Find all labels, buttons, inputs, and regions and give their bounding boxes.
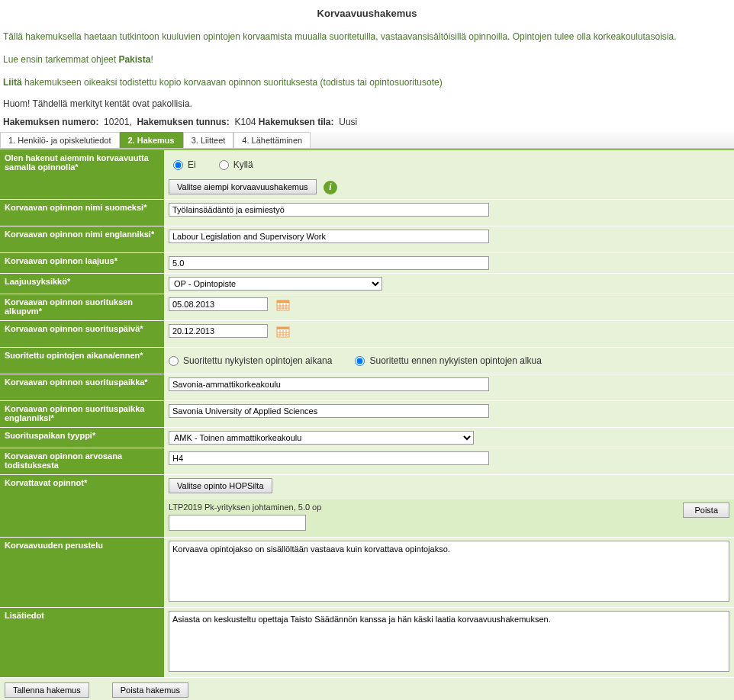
tab-bar: 1. Henkilö- ja opiskelutiedot 2. Hakemus… — [0, 132, 734, 149]
label-grade: Korvaavan opinnon arvosana todistuksesta — [0, 448, 164, 474]
label-place-type: Suorituspaikan tyyppi* — [0, 428, 164, 448]
label-place-en: Korvaavan opinnon suorituspaikka englann… — [0, 401, 164, 427]
application-meta: Hakemuksen numero: 10201, Hakemuksen tun… — [3, 117, 731, 127]
choose-prev-button[interactable]: Valitse aiempi korvaavuushakemus — [169, 179, 317, 194]
intro3-rest: hakemukseen oikeaksi todistettu kopio ko… — [22, 77, 443, 88]
radio-no[interactable] — [173, 160, 183, 170]
radio-during-wrap[interactable]: Suoritettu nykyisten opintojen aikana — [169, 355, 332, 366]
label-prev-applied: Olen hakenut aiemmin korvaavuutta samall… — [0, 150, 164, 199]
required-note: Huom! Tähdellä merkityt kentät ovat pako… — [3, 98, 731, 109]
textarea-extra[interactable] — [169, 611, 729, 672]
select-place-type[interactable]: AMK - Toinen ammattikorkeakoulu — [169, 431, 474, 445]
intro-paragraph-2: Lue ensin tarkemmat ohjeet Pakista! — [3, 53, 731, 66]
save-button[interactable]: Tallenna hakemus — [5, 682, 89, 698]
radio-before-wrap[interactable]: Suoritettu ennen nykyisten opintojen alk… — [355, 355, 542, 366]
intro2-post: ! — [150, 54, 153, 65]
meta-num-label: Hakemuksen numero: — [3, 117, 98, 127]
radio-before-label: Suoritettu ennen nykyisten opintojen alk… — [369, 355, 542, 366]
meta-id-label: Hakemuksen tunnus: — [137, 117, 229, 127]
meta-state-value: Uusi — [339, 117, 357, 127]
calendar-icon[interactable] — [276, 326, 290, 338]
tab-attachments[interactable]: 3. Liitteet — [183, 132, 234, 148]
delete-app-button[interactable]: Poista hakemus — [112, 682, 188, 698]
info-icon[interactable]: i — [324, 181, 337, 194]
tab-submit[interactable]: 4. Lähettäminen — [233, 132, 311, 148]
select-unit[interactable]: OP - Opintopiste — [169, 277, 382, 291]
form-area: Olen hakenut aiemmin korvaavuutta samall… — [0, 149, 734, 700]
radio-no-label: Ei — [188, 159, 196, 170]
tab-person[interactable]: 1. Henkilö- ja opiskelutiedot — [0, 132, 120, 148]
radio-during[interactable] — [169, 356, 179, 366]
radio-during-label: Suoritettu nykyisten opintojen aikana — [183, 355, 332, 366]
svg-rect-8 — [277, 327, 289, 329]
textarea-justification[interactable] — [169, 541, 729, 602]
label-extra: Lisätiedot — [0, 608, 164, 677]
intro-paragraph-3: Liitä hakemukseen oikeaksi todistettu ko… — [3, 75, 731, 89]
replaced-course-text: LTP2019 Pk-yrityksen johtaminen, 5.0 op — [169, 503, 321, 512]
label-name-en: Korvaavan opinnon nimi englanniksi* — [0, 226, 164, 252]
input-grade[interactable] — [169, 451, 489, 465]
input-name-fi[interactable] — [169, 203, 489, 217]
intro2-bold: Pakista — [118, 54, 150, 65]
input-place-fi[interactable] — [169, 377, 489, 391]
input-name-en[interactable] — [169, 230, 489, 243]
tab-application[interactable]: 2. Hakemus — [120, 132, 183, 148]
intro-paragraph-1: Tällä hakemuksella haetaan tutkintoon ku… — [3, 30, 731, 43]
label-end-date: Korvaavan opinnon suorituspäivä* — [0, 321, 164, 347]
intro3-bold: Liitä — [3, 77, 22, 88]
intro2-pre: Lue ensin tarkemmat ohjeet — [3, 54, 118, 65]
label-name-fi: Korvaavan opinnon nimi suomeksi* — [0, 200, 164, 226]
radio-yes-label: Kyllä — [233, 159, 253, 170]
label-replaced: Korvattavat opinnot* — [0, 475, 164, 537]
label-place-fi: Korvaavan opinnon suorituspaikka* — [0, 374, 164, 400]
input-end-date[interactable] — [169, 324, 268, 338]
radio-no-wrap[interactable]: Ei — [173, 159, 196, 170]
calendar-icon[interactable] — [276, 299, 290, 311]
input-place-en[interactable] — [169, 404, 489, 418]
meta-state-label: Hakemuksen tila: — [259, 117, 334, 127]
label-justification: Korvaavuuden perustelu — [0, 538, 164, 607]
replaced-course-input[interactable] — [169, 515, 306, 531]
meta-num-value: 10201, — [104, 117, 132, 127]
input-extent[interactable] — [169, 256, 489, 270]
label-extent: Korvaavan opinnon laajuus* — [0, 253, 164, 273]
svg-rect-1 — [277, 300, 289, 303]
radio-yes[interactable] — [219, 160, 229, 170]
choose-hops-button[interactable]: Valitse opinto HOPSilta — [169, 478, 272, 493]
meta-id-value: K104 — [234, 117, 256, 127]
label-unit: Laajuusyksikkö* — [0, 274, 164, 294]
label-timing: Suoritettu opintojen aikana/ennen* — [0, 348, 164, 374]
page-title: Korvaavuushakemus — [3, 8, 731, 19]
radio-yes-wrap[interactable]: Kyllä — [219, 159, 253, 170]
delete-course-button[interactable]: Poista — [683, 503, 729, 518]
radio-before[interactable] — [355, 356, 365, 366]
input-start-date[interactable] — [169, 297, 268, 311]
label-start-date: Korvaavan opinnon suorituksen alkupvm* — [0, 294, 164, 320]
